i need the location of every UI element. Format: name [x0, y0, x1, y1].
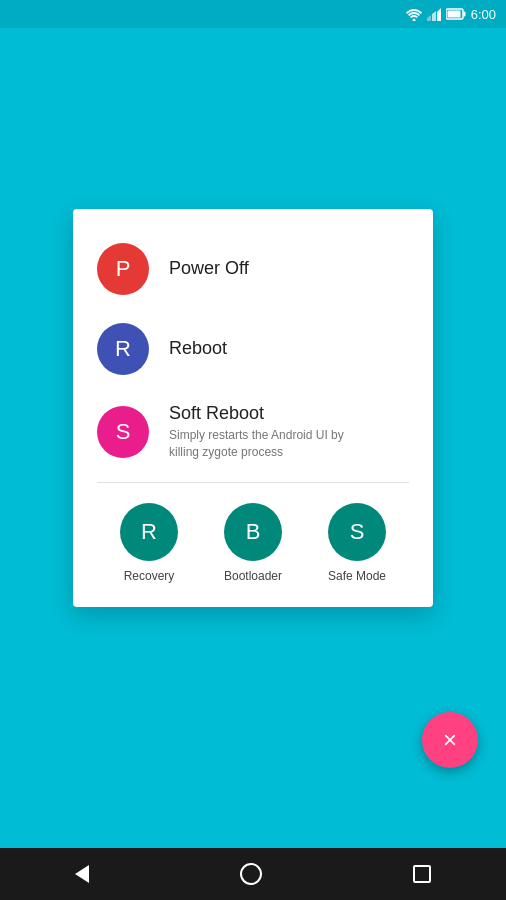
svg-rect-5 — [463, 12, 465, 17]
battery-icon — [446, 8, 466, 20]
close-icon: × — [443, 726, 457, 754]
svg-rect-6 — [447, 11, 460, 18]
status-icons: 6:00 — [406, 7, 496, 22]
recovery-label: Recovery — [124, 569, 175, 583]
nav-bar — [0, 848, 506, 900]
recovery-circle: R — [120, 503, 178, 561]
recovery-option[interactable]: R Recovery — [120, 503, 178, 583]
recents-icon — [413, 865, 431, 883]
soft-reboot-icon-circle: S — [97, 406, 149, 458]
reboot-item[interactable]: R Reboot — [97, 309, 409, 389]
dialog-card: P Power Off R Reboot S Soft Reboot Simpl… — [73, 209, 433, 608]
fab-close-button[interactable]: × — [422, 712, 478, 768]
bootloader-letter: B — [246, 519, 261, 545]
reboot-text: Reboot — [169, 338, 227, 359]
recents-button[interactable] — [413, 865, 431, 883]
home-icon — [240, 863, 262, 885]
safe-mode-option[interactable]: S Safe Mode — [328, 503, 386, 583]
power-off-icon-circle: P — [97, 243, 149, 295]
soft-reboot-title: Soft Reboot — [169, 403, 369, 424]
power-off-title: Power Off — [169, 258, 249, 279]
main-area: P Power Off R Reboot S Soft Reboot Simpl… — [0, 28, 506, 848]
power-off-text: Power Off — [169, 258, 249, 279]
back-button[interactable] — [75, 865, 89, 883]
reboot-title: Reboot — [169, 338, 227, 359]
signal-icon — [427, 8, 441, 21]
reboot-letter: R — [115, 336, 131, 362]
safe-mode-letter: S — [350, 519, 365, 545]
bootloader-option[interactable]: B Bootloader — [224, 503, 282, 583]
bootloader-label: Bootloader — [224, 569, 282, 583]
svg-marker-1 — [437, 8, 441, 21]
reboot-icon-circle: R — [97, 323, 149, 375]
recovery-letter: R — [141, 519, 157, 545]
safe-mode-label: Safe Mode — [328, 569, 386, 583]
divider — [97, 482, 409, 483]
svg-marker-2 — [432, 11, 436, 21]
home-button[interactable] — [240, 863, 262, 885]
soft-reboot-letter: S — [116, 419, 131, 445]
power-off-item[interactable]: P Power Off — [97, 229, 409, 309]
safe-mode-circle: S — [328, 503, 386, 561]
status-time: 6:00 — [471, 7, 496, 22]
svg-marker-3 — [427, 15, 431, 21]
soft-reboot-text: Soft Reboot Simply restarts the Android … — [169, 403, 369, 461]
soft-reboot-subtitle: Simply restarts the Android UI by killin… — [169, 427, 369, 461]
wifi-icon — [406, 8, 422, 21]
reboot-options: R Recovery B Bootloader S Safe Mode — [97, 499, 409, 583]
status-bar: 6:00 — [0, 0, 506, 28]
power-off-letter: P — [116, 256, 131, 282]
back-icon — [75, 865, 89, 883]
svg-point-0 — [412, 18, 415, 21]
soft-reboot-item[interactable]: S Soft Reboot Simply restarts the Androi… — [97, 389, 409, 475]
bootloader-circle: B — [224, 503, 282, 561]
